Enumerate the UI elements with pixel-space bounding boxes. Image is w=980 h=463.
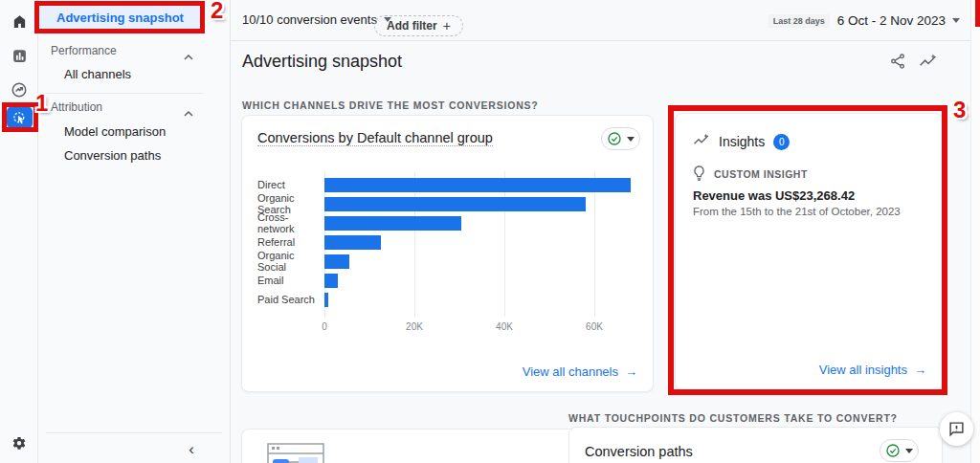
data-quality-pill[interactable] xyxy=(880,439,919,462)
chart-bar-track xyxy=(324,254,640,269)
reports-icon[interactable] xyxy=(0,40,38,71)
insights-title: Insights xyxy=(719,134,765,149)
chart-row: Organic Search xyxy=(257,194,640,213)
chart-bar[interactable] xyxy=(324,216,461,231)
chart-category-label: Cross-network xyxy=(257,211,324,234)
chart-row: Email xyxy=(257,271,640,290)
section-header-label: Attribution xyxy=(51,100,102,114)
custom-insight-label: CUSTOM INSIGHT xyxy=(714,168,808,180)
touchpoints-section-question: WHAT TOUCHPOINTS DO CUSTOMERS TAKE TO CO… xyxy=(568,412,898,424)
chart-bar-track xyxy=(324,293,640,307)
view-all-channels-link[interactable]: View all channels → xyxy=(523,364,637,379)
chart-bar[interactable] xyxy=(324,274,338,288)
feedback-button[interactable] xyxy=(940,412,973,446)
caret-down-icon xyxy=(905,449,913,453)
bar-chart-plot: DirectOrganic SearchCross-networkReferra… xyxy=(257,171,640,339)
section-header-label: Performance xyxy=(51,44,117,57)
scrollbar-track[interactable] xyxy=(970,0,980,463)
home-icon[interactable] xyxy=(0,6,38,36)
collapse-sidebar-button[interactable]: ‹ xyxy=(180,438,203,461)
conversion-events-label: 10/10 conversion events xyxy=(242,12,377,27)
chart-bar-track xyxy=(324,178,640,192)
conversion-paths-card-title: Conversion paths xyxy=(585,444,693,459)
sidebar-item-all-channels[interactable]: All channels xyxy=(64,67,131,81)
sidebar-item-conversion-paths[interactable]: Conversion paths xyxy=(64,148,161,163)
arrow-right-icon: → xyxy=(625,364,637,379)
chart-bar-track xyxy=(324,235,640,250)
share-icon[interactable] xyxy=(889,53,906,70)
chart-row: Paid Search xyxy=(257,290,640,309)
sidebar-section-performance[interactable]: Performance xyxy=(51,44,203,57)
sidebar-section-attribution[interactable]: Attribution xyxy=(51,100,203,114)
settings-icon[interactable] xyxy=(0,429,38,459)
view-all-insights-link[interactable]: View all insights → xyxy=(819,363,926,377)
chart-category-label: Referral xyxy=(257,236,324,248)
date-range-picker[interactable]: Last 28 days 6 Oct - 2 Nov 2023 xyxy=(768,13,960,28)
sidebar-item-advertising-snapshot[interactable]: Advertising snapshot xyxy=(40,4,205,31)
x-axis-tick-label: 60K xyxy=(586,321,603,332)
chart-category-label: Paid Search xyxy=(257,294,324,305)
add-filter-label: Add filter xyxy=(387,19,437,33)
x-axis-tick-label: 40K xyxy=(496,321,513,332)
explore-icon[interactable] xyxy=(0,75,38,105)
caret-down-icon xyxy=(627,137,635,142)
chart-row: Referral xyxy=(257,232,640,252)
insights-sparkline-icon xyxy=(693,133,710,150)
chart-bar[interactable] xyxy=(324,178,631,192)
annotation-edge-mark xyxy=(975,0,980,27)
sidebar-divider xyxy=(46,93,203,94)
chart-card-title: Conversions by Default channel group xyxy=(257,130,493,145)
chart-row: Direct xyxy=(257,175,640,194)
channels-section-question: WHICH CHANNELS DRIVE THE MOST CONVERSION… xyxy=(242,99,539,111)
chart-bar[interactable] xyxy=(324,235,381,250)
conversions-by-channel-card: Conversions by Default channel group Dir… xyxy=(241,115,654,392)
ga4-advertising-snapshot-page: Advertising snapshot Performance All cha… xyxy=(0,0,980,463)
conversion-events-dropdown[interactable]: 10/10 conversion events xyxy=(242,12,391,27)
conversion-paths-card: Conversion paths xyxy=(568,427,943,463)
lightbulb-icon xyxy=(693,165,705,183)
chevron-up-icon[interactable] xyxy=(184,103,193,121)
feedback-bubble-icon xyxy=(948,421,965,437)
arrow-right-icon: → xyxy=(914,363,926,377)
insights-card: Insights 0 CUSTOM INSIGHT Revenue was US… xyxy=(675,113,943,390)
page-title: Advertising snapshot xyxy=(242,52,402,72)
advertising-icon[interactable] xyxy=(7,106,33,129)
x-axis-tick-label: 20K xyxy=(406,321,423,332)
chart-bar[interactable] xyxy=(324,197,586,211)
chart-row: Cross-network xyxy=(257,213,640,232)
filter-topbar: 10/10 conversion events Add filter + Las… xyxy=(231,0,970,41)
add-filter-button[interactable]: Add filter + xyxy=(374,15,463,36)
date-preset-badge: Last 28 days xyxy=(768,14,830,28)
plus-icon: + xyxy=(443,18,451,33)
chart-bar-track xyxy=(324,274,640,288)
sidebar-selected-label: Advertising snapshot xyxy=(56,11,184,25)
chart-bar-track xyxy=(324,197,640,211)
chart-bar-track xyxy=(324,216,640,231)
chart-row: Organic Social xyxy=(257,252,640,271)
chart-category-label: Email xyxy=(257,275,324,286)
date-range-label: 6 Oct - 2 Nov 2023 xyxy=(837,13,946,28)
insights-sparkline-icon[interactable] xyxy=(919,53,938,70)
link-label: View all channels xyxy=(523,364,618,379)
left-nav-rail xyxy=(0,0,38,463)
green-check-icon xyxy=(607,131,622,146)
chart-bar[interactable] xyxy=(324,254,349,269)
insights-count-badge[interactable]: 0 xyxy=(773,134,790,150)
chart-category-label: Direct xyxy=(257,179,324,190)
green-check-icon xyxy=(885,443,901,458)
advertising-sidebar: Advertising snapshot Performance All cha… xyxy=(38,0,231,463)
caret-down-icon xyxy=(952,18,960,23)
chevron-up-icon[interactable] xyxy=(184,47,193,64)
sidebar-item-model-comparison[interactable]: Model comparison xyxy=(64,124,166,139)
sidebar-divider xyxy=(46,432,222,433)
main-content: 10/10 conversion events Add filter + Las… xyxy=(231,0,970,463)
insight-subtext: From the 15th to the 21st of October, 20… xyxy=(693,206,901,217)
insight-headline[interactable]: Revenue was US$23,268.42 xyxy=(693,188,855,203)
chart-category-label: Organic Social xyxy=(257,250,324,273)
data-quality-pill[interactable] xyxy=(601,127,640,150)
chart-bar[interactable] xyxy=(324,293,328,307)
link-label: View all insights xyxy=(819,363,907,377)
browser-illustration xyxy=(267,443,326,463)
chart-rows: DirectOrganic SearchCross-networkReferra… xyxy=(257,175,640,309)
x-axis-tick-label: 0 xyxy=(322,321,327,332)
